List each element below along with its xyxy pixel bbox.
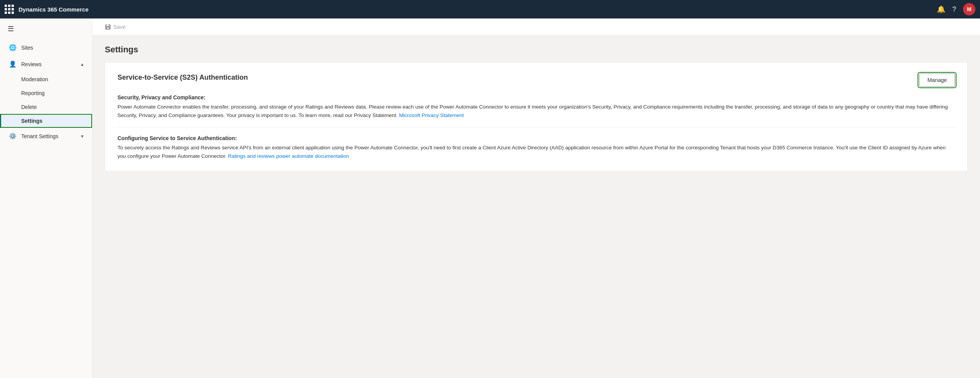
- toolbar: Save: [92, 18, 980, 35]
- card-title: Service-to-Service (S2S) Authentication: [117, 74, 248, 82]
- sidebar-item-settings[interactable]: Settings: [0, 114, 92, 128]
- sidebar-item-tenant-settings[interactable]: ⚙️ Tenant Settings ▼: [0, 128, 92, 144]
- save-icon: [105, 24, 111, 30]
- sidebar-item-reviews[interactable]: 👤 Reviews ▲: [0, 56, 92, 72]
- notification-icon[interactable]: 🔔: [937, 5, 945, 13]
- sidebar-label-settings: Settings: [21, 118, 42, 124]
- sidebar-toggle[interactable]: ☰: [0, 18, 92, 39]
- main-layout: ☰ 🌐 Sites 👤 Reviews ▲ Moderation Reporti…: [0, 18, 980, 378]
- reviews-chevron-icon: ▲: [80, 62, 84, 67]
- s2s-auth-card: Service-to-Service (S2S) Authentication …: [105, 62, 968, 171]
- topbar-right: 🔔 ? M: [937, 3, 975, 15]
- help-icon[interactable]: ?: [952, 5, 956, 13]
- ratings-reviews-docs-link[interactable]: Ratings and reviews power automate docum…: [228, 153, 349, 159]
- sidebar-item-delete[interactable]: Delete: [0, 100, 92, 114]
- security-section-body: Power Automate Connector enables the tra…: [117, 103, 955, 119]
- section-divider: [117, 127, 955, 127]
- page-title: Settings: [105, 45, 968, 55]
- sidebar-item-reporting[interactable]: Reporting: [0, 86, 92, 100]
- save-label: Save: [113, 24, 126, 30]
- content-area: Save Settings Service-to-Service (S2S) A…: [92, 18, 980, 378]
- app-launcher-icon[interactable]: [5, 5, 14, 14]
- sidebar: ☰ 🌐 Sites 👤 Reviews ▲ Moderation Reporti…: [0, 18, 92, 378]
- sidebar-label-delete: Delete: [21, 104, 37, 110]
- configuring-section-heading: Configuring Service to Service Authentic…: [117, 135, 955, 141]
- sidebar-label-tenant-settings: Tenant Settings: [21, 133, 76, 139]
- sidebar-label-reviews: Reviews: [21, 61, 76, 67]
- sidebar-item-sites[interactable]: 🌐 Sites: [0, 39, 92, 56]
- page-content: Settings Service-to-Service (S2S) Authen…: [92, 35, 980, 181]
- security-section-heading: Security, Privacy and Compliance:: [117, 94, 955, 100]
- save-button[interactable]: Save: [102, 22, 129, 32]
- topbar: Dynamics 365 Commerce 🔔 ? M: [0, 0, 980, 18]
- sidebar-label-sites: Sites: [21, 45, 84, 51]
- app-title: Dynamics 365 Commerce: [18, 6, 89, 13]
- manage-button[interactable]: Manage: [919, 74, 955, 87]
- reviews-icon: 👤: [9, 60, 17, 68]
- card-header: Service-to-Service (S2S) Authentication …: [117, 74, 955, 87]
- microsoft-privacy-link[interactable]: Microsoft Privacy Statement: [399, 112, 464, 118]
- topbar-left: Dynamics 365 Commerce: [5, 5, 89, 14]
- tenant-settings-chevron-icon: ▼: [80, 134, 84, 139]
- sites-icon: 🌐: [9, 44, 17, 51]
- configuring-section-body: To securely access the Ratings and Revie…: [117, 144, 955, 160]
- sidebar-label-reporting: Reporting: [21, 90, 45, 96]
- sidebar-item-moderation[interactable]: Moderation: [0, 72, 92, 86]
- tenant-settings-icon: ⚙️: [9, 132, 17, 140]
- avatar[interactable]: M: [963, 3, 975, 15]
- sidebar-label-moderation: Moderation: [21, 76, 48, 82]
